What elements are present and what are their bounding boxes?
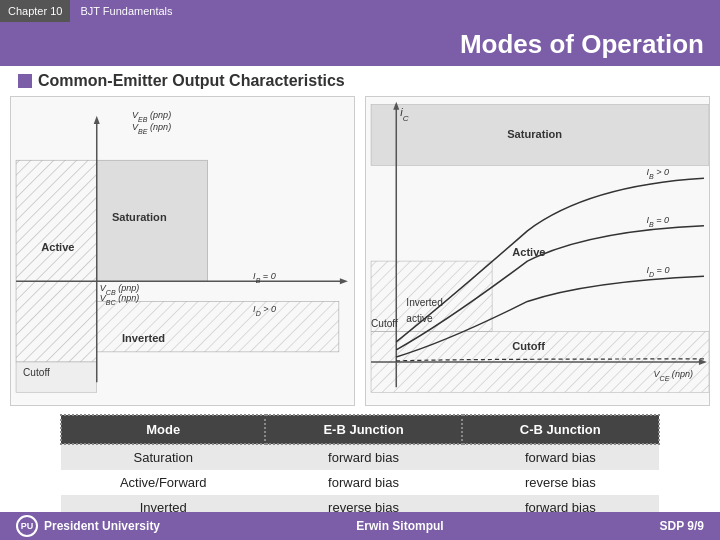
university-logo-icon: PU xyxy=(16,515,38,537)
col-cb-header: C-B Junction xyxy=(462,415,659,444)
footer-page: SDP 9/9 xyxy=(660,519,704,533)
left-diagram-svg: VEB (pnp) VBE (npn) xyxy=(11,97,354,405)
title-bar: Modes of Operation xyxy=(0,22,720,66)
footer-right: SDP 9/9 xyxy=(600,512,720,540)
svg-text:Inverted: Inverted xyxy=(122,332,165,344)
cb-cell: forward bias xyxy=(462,444,659,470)
diagram-right: iC IB > 0 IB = 0 ID = 0 VCE (npn) Satura… xyxy=(365,96,710,406)
subtitle-square-icon xyxy=(18,74,32,88)
col-eb-header: E-B Junction xyxy=(265,415,461,444)
mode-cell: Active/Forward xyxy=(61,470,265,495)
svg-text:Saturation: Saturation xyxy=(112,211,167,223)
svg-text:Cutoff: Cutoff xyxy=(23,367,50,378)
footer-left: PU President University xyxy=(0,512,200,540)
svg-text:Cutoff: Cutoff xyxy=(512,340,545,352)
eb-cell: forward bias xyxy=(265,470,461,495)
subtitle-text: Common-Emitter Output Characteristics xyxy=(38,72,345,90)
table-row: Saturationforward biasforward bias xyxy=(61,444,659,470)
footer-university: President University xyxy=(44,519,160,533)
footer: PU President University Erwin Sitompul S… xyxy=(0,512,720,540)
header-chapter: Chapter 10 xyxy=(0,0,70,22)
svg-text:Inverted: Inverted xyxy=(406,297,442,308)
col-mode-header: Mode xyxy=(61,415,265,444)
svg-rect-5 xyxy=(97,301,339,351)
footer-author: Erwin Sitompul xyxy=(356,519,443,533)
eb-cell: forward bias xyxy=(265,444,461,470)
svg-text:Active: Active xyxy=(41,241,74,253)
subtitle: Common-Emitter Output Characteristics xyxy=(0,66,720,96)
header-section: BJT Fundamentals xyxy=(70,0,720,22)
main-content: VEB (pnp) VBE (npn) xyxy=(0,96,720,406)
svg-text:active: active xyxy=(406,313,433,324)
footer-center: Erwin Sitompul xyxy=(200,512,600,540)
svg-rect-3 xyxy=(16,160,97,362)
table-row: Active/Forwardforward biasreverse bias xyxy=(61,470,659,495)
diagram-left: VEB (pnp) VBE (npn) xyxy=(10,96,355,406)
right-diagram-svg: iC IB > 0 IB = 0 ID = 0 VCE (npn) Satura… xyxy=(366,97,709,405)
cb-cell: reverse bias xyxy=(462,470,659,495)
svg-text:Saturation: Saturation xyxy=(507,128,562,140)
header-bar: Chapter 10 BJT Fundamentals xyxy=(0,0,720,22)
page-title: Modes of Operation xyxy=(460,29,704,60)
svg-text:Cutoff: Cutoff xyxy=(371,318,398,329)
mode-cell: Saturation xyxy=(61,444,265,470)
svg-text:Active: Active xyxy=(512,246,545,258)
